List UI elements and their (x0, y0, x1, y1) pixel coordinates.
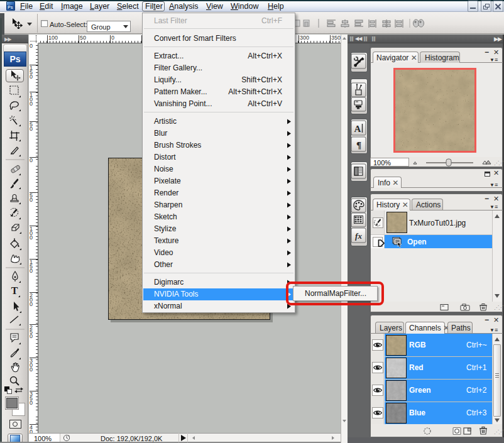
svg-text:¶: ¶ (356, 140, 361, 150)
svg-text:A: A (354, 124, 361, 134)
svg-text:fx: fx (355, 231, 362, 241)
svg-text:T: T (11, 285, 18, 296)
